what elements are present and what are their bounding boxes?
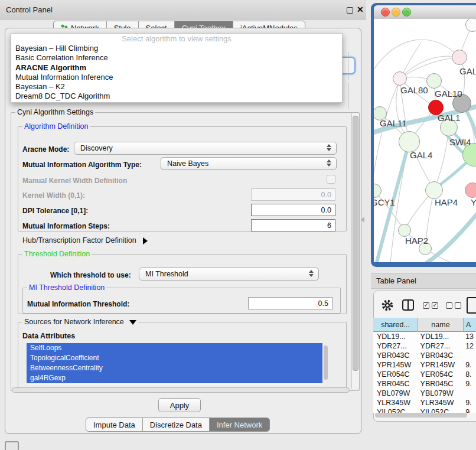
table-hscrollbar-track[interactable] <box>374 413 475 419</box>
data-attribute-item[interactable]: gal4RGexp <box>27 373 322 383</box>
tab-discretize-data[interactable]: Discretize Data <box>142 418 209 431</box>
minimize-traffic-light[interactable] <box>392 8 400 17</box>
deselect-all-columns-icon[interactable] <box>446 302 464 309</box>
algorithm-definition-legend: Algorithm Definition <box>22 122 90 131</box>
table-row[interactable]: YBR043CYBR043C <box>373 351 476 360</box>
mi-threshold-label: Mutual Information Threshold: <box>27 300 129 308</box>
algorithm-option[interactable]: Basic Correlation Inference <box>11 53 342 63</box>
apply-button[interactable]: Apply <box>158 398 201 412</box>
mi-threshold-legend: MI Threshold Definition <box>27 283 106 292</box>
occluded-group-border <box>348 52 348 80</box>
data-attributes-label: Data Attributes <box>22 332 75 340</box>
algorithm-option[interactable]: Dream8 DC_TDC Algorithm <box>11 92 342 101</box>
table-hscrollbar-thumb[interactable] <box>375 413 467 418</box>
kernel-width-field[interactable]: 0.0 <box>251 188 335 201</box>
which-threshold-select[interactable]: MI Threshold <box>139 268 319 281</box>
column-header-shared-name[interactable]: shared... <box>373 318 418 332</box>
attributes-scrollbar-thumb[interactable] <box>324 345 328 380</box>
table-row[interactable]: YLR345WYLR345W9. <box>373 398 476 407</box>
cyni-algorithm-settings-legend: Cyni Algorithm Settings <box>15 108 95 116</box>
table-row[interactable]: YBL079WYBL079W <box>373 389 476 398</box>
network-node[interactable] <box>425 181 443 199</box>
table-panel-title: Table Panel <box>376 276 416 285</box>
table-row[interactable]: YPR145WYPR145W9. <box>373 360 476 370</box>
select-all-columns-icon[interactable] <box>423 302 441 309</box>
table-cell: YDL19... <box>373 332 418 341</box>
network-node-label: GAL1 <box>438 113 460 123</box>
data-attribute-item[interactable]: TopologicalCoefficient <box>27 353 322 363</box>
table-cell: YIL052C <box>418 407 464 413</box>
column-header-name[interactable]: name <box>418 318 464 332</box>
network-node[interactable] <box>399 131 420 152</box>
table-row[interactable]: YBR045CYBR045C9. <box>373 379 476 389</box>
expand-arrow-icon <box>143 237 148 244</box>
which-threshold-label: Which threshold to use: <box>50 271 131 279</box>
data-attributes-list[interactable]: SelfLoopsTopologicalCoefficientBetweenne… <box>27 343 322 384</box>
tab-label: Discretize Data <box>150 420 202 429</box>
tab-label: Infer Network <box>217 420 262 429</box>
table-row[interactable]: YDL19...YDL19...13 <box>373 332 476 341</box>
occluded-group-border <box>348 83 348 109</box>
mi-algorithm-type-label: Mutual Information Algorithm Type: <box>22 161 142 169</box>
algorithm-option[interactable]: Bayesian – K2 <box>11 82 342 92</box>
table-cell: 13 <box>463 332 476 341</box>
horizontal-scrollbar-track[interactable] <box>12 387 350 394</box>
column-layout-icon[interactable] <box>402 299 414 311</box>
bottom-left-panel-icon[interactable] <box>5 441 19 450</box>
network-node[interactable] <box>452 50 467 65</box>
settings-scrollbar-thumb[interactable] <box>353 116 358 371</box>
table-cell: YPR145W <box>418 360 464 370</box>
mi-algorithm-type-select[interactable]: Naive Bayes <box>161 157 337 170</box>
sources-legend[interactable]: Sources for Network Inference <box>22 318 138 326</box>
stepper-icon <box>309 270 314 277</box>
network-node[interactable] <box>393 71 407 86</box>
algorithm-option-list: Bayesian – Hill ClimbingBasic Correlatio… <box>11 44 342 102</box>
sources-legend-label: Sources for Network Inference <box>24 318 124 326</box>
close-icon[interactable]: ✕ <box>357 5 364 14</box>
table-cell: YER054C <box>418 370 464 379</box>
network-window-titlebar[interactable] <box>374 5 476 19</box>
close-traffic-light[interactable] <box>381 8 390 17</box>
table-body: YDL19...YDL19...13YDR27...YDR27...12YBR0… <box>373 332 476 413</box>
tab-infer-network[interactable]: Infer Network <box>209 418 269 431</box>
table-cell: YBR043C <box>373 351 418 360</box>
algorithm-option[interactable]: Mutual Information Inference <box>11 73 342 82</box>
stepper-icon <box>327 159 331 167</box>
zoom-traffic-light[interactable] <box>402 8 411 17</box>
column-header-clipped[interactable]: A <box>464 318 476 332</box>
splitter-collapse-icon[interactable] <box>361 217 364 223</box>
dpi-tolerance-field[interactable]: 0.0 <box>251 204 335 216</box>
gear-icon[interactable] <box>381 299 394 312</box>
algorithm-dropdown-list[interactable]: Select algorithm to view settings Bayesi… <box>11 33 343 103</box>
algorithm-option[interactable]: ARACNE Algorithm <box>11 63 342 73</box>
table-cell <box>463 389 476 398</box>
table-cell: YPR145W <box>373 360 418 370</box>
data-attribute-item[interactable]: SelfLoops <box>27 343 322 353</box>
network-node[interactable] <box>426 73 442 89</box>
hub-definition-expander[interactable]: Hub/Transcription Factor Definition <box>22 236 148 244</box>
manual-kernel-width-checkbox[interactable] <box>327 175 335 184</box>
document-icon[interactable] <box>467 297 476 314</box>
network-node-label: GAL <box>459 66 476 76</box>
network-node[interactable] <box>465 182 476 198</box>
algorithm-option[interactable]: Bayesian – Hill Climbing <box>11 44 342 53</box>
mi-steps-field[interactable]: 6 <box>251 219 335 231</box>
table-row[interactable]: YIL052CYIL052C9. <box>373 407 476 413</box>
checked-box-icon <box>423 302 429 309</box>
collapse-arrow-icon <box>129 320 136 325</box>
network-node[interactable] <box>398 224 411 237</box>
table-row[interactable]: YER054CYER054C8. <box>373 370 476 379</box>
network-node-label: GAL4 <box>410 150 432 160</box>
tab-impute-data[interactable]: Impute Data <box>86 418 142 431</box>
manual-kernel-width-label: Manual Kernel Width Definition <box>22 177 127 185</box>
mi-threshold-field[interactable]: 0.5 <box>248 297 332 309</box>
table-cell: YER054C <box>373 370 418 379</box>
network-canvas[interactable]: GALGAL80GAL10GAL1GAL11SWI4GAL4GCY1HAP4YH… <box>374 19 476 262</box>
horizontal-scrollbar-thumb[interactable] <box>12 387 350 393</box>
table-row[interactable]: YDR27...YDR27...12 <box>373 341 476 351</box>
network-node-label: HAP4 <box>435 197 458 207</box>
which-threshold-value: MI Threshold <box>145 270 188 278</box>
data-attribute-item[interactable]: BetweennessCentrality <box>27 363 322 373</box>
float-icon[interactable] <box>347 7 353 14</box>
aracne-mode-select[interactable]: Discovery <box>74 142 337 155</box>
